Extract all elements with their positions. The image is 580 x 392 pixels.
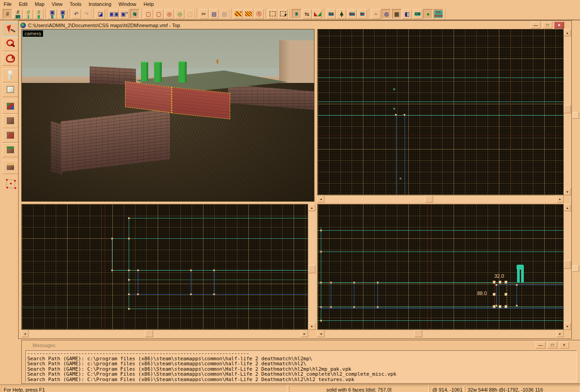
selection-tool[interactable] [2,23,19,37]
scrollbar-thumb[interactable] [145,330,153,337]
vertex-handle[interactable] [320,319,322,322]
selection-resize-handle[interactable] [493,293,496,296]
color-mode-button[interactable]: CM [413,9,422,19]
scroll-right-button[interactable]: ▸ [301,330,308,337]
menu-instancing[interactable]: Instancing [85,1,115,7]
smaller-grid-button[interactable]: #- [24,9,33,19]
vertex-handle[interactable] [330,306,332,308]
maximize-button[interactable]: □ [547,342,557,348]
side-horizontal-scrollbar[interactable]: ◂▸ [317,330,564,337]
toggle-grid-button[interactable]: # [3,9,12,19]
document-title-bar[interactable]: C:\Users\ADMIN_2\Documents\CSS maps\hl2D… [19,21,571,29]
toggle-select-box-button[interactable] [268,9,277,19]
close-button[interactable]: × [559,342,569,348]
selection-resize-handle[interactable] [498,281,502,284]
overlay-tool[interactable] [2,143,19,157]
selection-resize-handle[interactable] [504,305,508,308]
toggle-3d-grid-button[interactable]: #3D [13,9,23,19]
apply-current-texture-tool[interactable] [2,114,19,128]
minimize-button[interactable]: — [531,22,541,29]
entity-tool[interactable] [2,68,19,82]
model-fade-preview-button[interactable] [337,9,346,19]
vertex-handle[interactable] [190,293,192,295]
ignore-groups-button[interactable]: ig [130,9,140,19]
fade-distance-preview-button[interactable]: ≈ [371,9,381,19]
nodraw-render-button[interactable]: no draw [434,9,443,19]
scroll-up-button[interactable]: ▴ [308,204,315,211]
vertex-handle[interactable] [128,308,130,310]
clipping-tool[interactable] [2,160,19,174]
player-model[interactable] [516,264,525,284]
splitter-handle[interactable] [572,265,579,272]
vertex-handle[interactable] [395,114,397,116]
vertex-handle[interactable] [320,281,322,284]
scroll-down-button[interactable]: ▾ [308,323,315,330]
toggle-group-mode-button[interactable]: Ⓡ [254,9,264,19]
top-horizontal-scrollbar[interactable]: ◂▸ [317,195,564,203]
block-tool[interactable] [2,83,19,97]
displacement-raytrace-button[interactable]: Dr [358,9,367,19]
vertex-handle[interactable] [213,293,215,295]
3d-model-render-button[interactable]: ◍ [382,9,391,19]
cordon-state-button[interactable]: ▢ [185,9,195,19]
vertex-handle[interactable] [128,217,130,219]
selection-resize-handle[interactable] [493,281,496,284]
vertex-handle[interactable] [190,269,192,271]
displacement-solid-mask-button[interactable]: Dd [326,9,336,19]
menu-view[interactable]: View [48,1,66,7]
menu-window[interactable]: Window [115,1,140,7]
viewport-2d-top[interactable] [317,29,564,195]
vertex-handle[interactable] [128,279,130,281]
front-horizontal-scrollbar[interactable]: ◂▸ [21,330,308,337]
maximize-button[interactable]: □ [542,22,552,29]
vertex-tool[interactable] [2,177,19,191]
scroll-down-button[interactable]: ▾ [564,323,571,330]
vertex-handle[interactable] [377,281,379,284]
viewport-2d-side[interactable]: 32.0 88.0 [317,204,564,330]
side-vertical-scrollbar[interactable]: ▴▾ [564,204,571,330]
undo-button[interactable]: ↶ [72,9,81,19]
menu-edit[interactable]: Edit [15,1,31,7]
close-button[interactable]: × [554,22,564,29]
vertex-handle[interactable] [495,284,498,286]
vertex-handle[interactable] [516,305,518,307]
front-vertical-scrollbar[interactable]: ▴▾ [308,204,315,330]
hide-selected-objects-button[interactable]: ◪ [96,9,105,19]
redo-button[interactable]: ↷ [82,9,92,19]
scroll-up-button[interactable]: ▴ [564,29,571,36]
camera-tool[interactable] [2,52,19,66]
vertex-handle[interactable] [353,281,355,284]
flip-objects-button[interactable] [313,9,322,19]
translucency-toggle-button[interactable]: ◧ [402,9,412,19]
vertex-handle[interactable] [111,269,113,271]
toggle-cordon-button[interactable]: ▢ [154,9,164,19]
select-by-radius-button[interactable]: ◎ [164,9,174,19]
toggle-cordon-edit-button[interactable]: ▢ [144,9,153,19]
vertex-handle[interactable] [128,293,130,295]
foliage-render-button[interactable]: ● [423,9,433,19]
scale-texture-lock-button[interactable]: ⇆ [302,9,312,19]
vertex-handle[interactable] [330,281,332,284]
scrollbar-thumb[interactable] [414,330,422,337]
make-hollow-button[interactable] [244,9,253,19]
scroll-left-button[interactable]: ◂ [21,330,29,337]
scroll-down-button[interactable]: ▾ [564,188,571,195]
vertex-handle[interactable] [353,306,355,308]
selection-resize-handle[interactable] [504,293,508,296]
radius-culling-button[interactable]: ◎ [175,9,184,19]
carve-button[interactable] [233,9,243,19]
vertex-handle[interactable] [320,229,322,232]
vertex-handle[interactable] [128,269,130,271]
viewport-2d-front[interactable] [21,204,308,330]
vertex-handle[interactable] [377,306,379,308]
menu-file[interactable]: File [0,1,15,7]
displacement-wireframe-mask-button[interactable]: Dw [347,9,357,19]
selection-resize-handle[interactable] [493,305,496,308]
scrollbar-thumb[interactable] [564,105,571,113]
scroll-left-button[interactable]: ◂ [317,330,324,337]
scroll-right-button[interactable]: ▸ [556,195,564,203]
selection-resize-handle[interactable] [498,305,502,308]
load-window-state-button[interactable]: ▣L [48,9,57,19]
scroll-up-button[interactable]: ▴ [564,204,571,211]
cut-button[interactable]: ✂ [199,9,208,19]
